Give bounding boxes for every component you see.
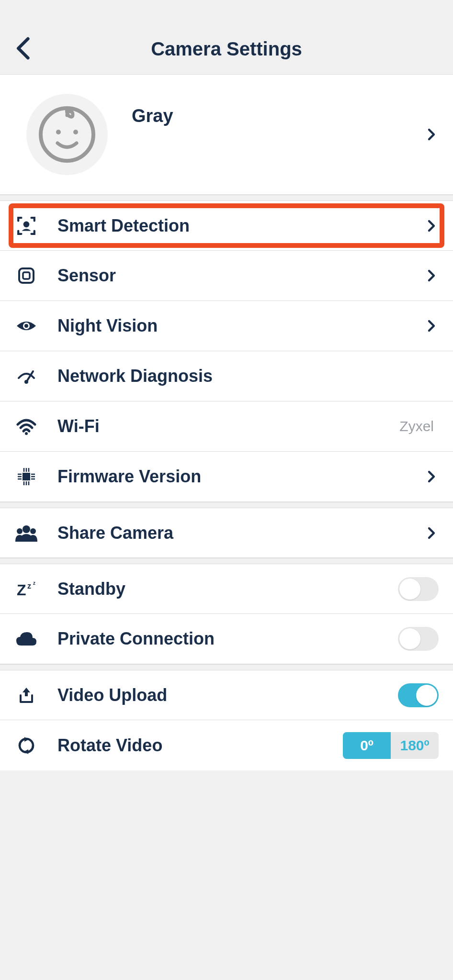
svg-point-25 bbox=[17, 528, 23, 534]
setting-standby[interactable]: Z z z Standby bbox=[0, 564, 453, 614]
rotate-segment: 0º 180º bbox=[343, 732, 439, 759]
smart-detection-icon bbox=[14, 214, 38, 238]
eye-icon bbox=[14, 314, 38, 338]
rotate-option-0[interactable]: 0º bbox=[343, 732, 391, 759]
setting-label: Smart Detection bbox=[57, 216, 424, 236]
setting-video-upload[interactable]: Video Upload bbox=[0, 670, 453, 720]
setting-label: Night Vision bbox=[57, 316, 424, 336]
setting-label: Standby bbox=[57, 579, 398, 599]
profile-row[interactable]: Gray bbox=[0, 74, 453, 195]
back-button[interactable] bbox=[14, 36, 34, 62]
setting-firmware[interactable]: Firmware Version bbox=[0, 452, 453, 502]
svg-point-24 bbox=[23, 525, 30, 533]
chevron-right-icon bbox=[424, 526, 439, 540]
svg-point-7 bbox=[24, 324, 28, 328]
svg-text:z: z bbox=[27, 582, 31, 590]
svg-point-3 bbox=[23, 221, 30, 227]
chevron-right-icon bbox=[424, 469, 439, 484]
sensor-icon bbox=[14, 264, 38, 288]
svg-text:Z: Z bbox=[17, 581, 26, 598]
setting-label: Sensor bbox=[57, 266, 424, 286]
setting-label: Rotate Video bbox=[57, 735, 343, 756]
profile-name: Gray bbox=[132, 106, 424, 126]
wifi-icon bbox=[14, 414, 38, 438]
svg-text:z: z bbox=[33, 580, 35, 586]
setting-label: Share Camera bbox=[57, 523, 424, 543]
network-diagnosis-icon bbox=[14, 364, 38, 388]
sleep-icon: Z z z bbox=[14, 577, 38, 601]
wifi-value: Zyxel bbox=[399, 418, 434, 434]
svg-rect-4 bbox=[19, 268, 34, 283]
svg-point-10 bbox=[25, 432, 28, 435]
chevron-left-icon bbox=[14, 36, 34, 60]
people-icon bbox=[14, 521, 38, 545]
setting-share-camera[interactable]: Share Camera bbox=[0, 508, 453, 558]
svg-rect-11 bbox=[23, 473, 30, 480]
setting-label: Firmware Version bbox=[57, 467, 424, 487]
setting-rotate-video[interactable]: Rotate Video 0º 180º bbox=[0, 720, 453, 770]
setting-sensor[interactable]: Sensor bbox=[0, 251, 453, 301]
chevron-right-icon bbox=[424, 268, 439, 283]
setting-private-connection[interactable]: Private Connection bbox=[0, 614, 453, 664]
svg-rect-5 bbox=[23, 272, 30, 279]
upload-icon bbox=[14, 683, 38, 707]
svg-point-1 bbox=[56, 130, 61, 134]
chevron-right-icon bbox=[424, 219, 439, 233]
setting-night-vision[interactable]: Night Vision bbox=[0, 301, 453, 351]
setting-wifi[interactable]: Wi-Fi Zyxel bbox=[0, 401, 453, 452]
rotate-icon bbox=[14, 734, 38, 757]
setting-smart-detection[interactable]: Smart Detection bbox=[0, 200, 453, 251]
cloud-icon bbox=[14, 627, 38, 651]
chevron-right-icon bbox=[424, 319, 439, 333]
standby-toggle[interactable] bbox=[398, 577, 439, 601]
chip-icon bbox=[14, 465, 38, 489]
setting-label: Private Connection bbox=[57, 629, 398, 649]
setting-label: Video Upload bbox=[57, 685, 398, 705]
page-title: Camera Settings bbox=[0, 38, 453, 60]
setting-network-diagnosis[interactable]: Network Diagnosis bbox=[0, 351, 453, 401]
avatar bbox=[26, 94, 108, 175]
svg-point-2 bbox=[73, 130, 78, 134]
video-upload-toggle[interactable] bbox=[398, 683, 439, 707]
rotate-option-180[interactable]: 180º bbox=[391, 732, 439, 759]
chevron-right-icon bbox=[424, 127, 439, 142]
baby-face-icon bbox=[38, 106, 96, 163]
svg-point-9 bbox=[24, 380, 28, 384]
svg-point-26 bbox=[30, 528, 36, 534]
setting-label: Wi-Fi bbox=[57, 416, 399, 436]
setting-label: Network Diagnosis bbox=[57, 366, 439, 386]
private-connection-toggle[interactable] bbox=[398, 627, 439, 651]
header: Camera Settings bbox=[0, 0, 453, 74]
